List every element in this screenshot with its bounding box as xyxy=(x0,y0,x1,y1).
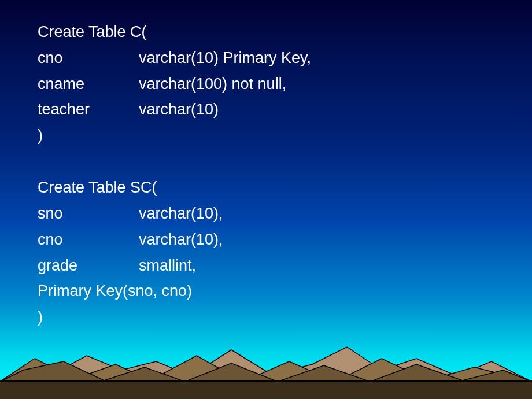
column-name: sno xyxy=(38,201,139,227)
column-def: varchar(10), xyxy=(139,231,223,248)
column-name: cno xyxy=(38,227,139,253)
code-line: Create Table C( xyxy=(38,19,311,45)
code-line: teachervarchar(10) xyxy=(38,97,311,123)
column-def: varchar(100) not null, xyxy=(139,75,286,93)
column-def: smallint, xyxy=(139,257,196,274)
column-def: varchar(10) xyxy=(139,101,219,118)
slide-container: Create Table C( cnovarchar(10) Primary K… xyxy=(0,0,532,399)
column-name: grade xyxy=(38,253,139,279)
code-line: cnamevarchar(100) not null, xyxy=(38,71,311,97)
mountains-decoration xyxy=(0,330,532,399)
blank-line xyxy=(38,149,311,175)
code-line: cnovarchar(10) Primary Key, xyxy=(38,45,311,71)
code-line: ) xyxy=(38,304,311,330)
svg-rect-0 xyxy=(0,380,532,399)
code-line: Primary Key(sno, cno) xyxy=(38,278,311,304)
column-name: cname xyxy=(38,71,139,97)
column-name: cno xyxy=(38,45,139,71)
code-line: Create Table SC( xyxy=(38,175,311,201)
code-line: gradesmallint, xyxy=(38,253,311,279)
column-name: teacher xyxy=(38,97,139,123)
code-content: Create Table C( cnovarchar(10) Primary K… xyxy=(38,19,311,330)
code-line: snovarchar(10), xyxy=(38,201,311,227)
column-def: varchar(10), xyxy=(139,205,223,222)
code-line: cnovarchar(10), xyxy=(38,227,311,253)
column-def: varchar(10) Primary Key, xyxy=(139,49,311,66)
code-line: ) xyxy=(38,123,311,149)
